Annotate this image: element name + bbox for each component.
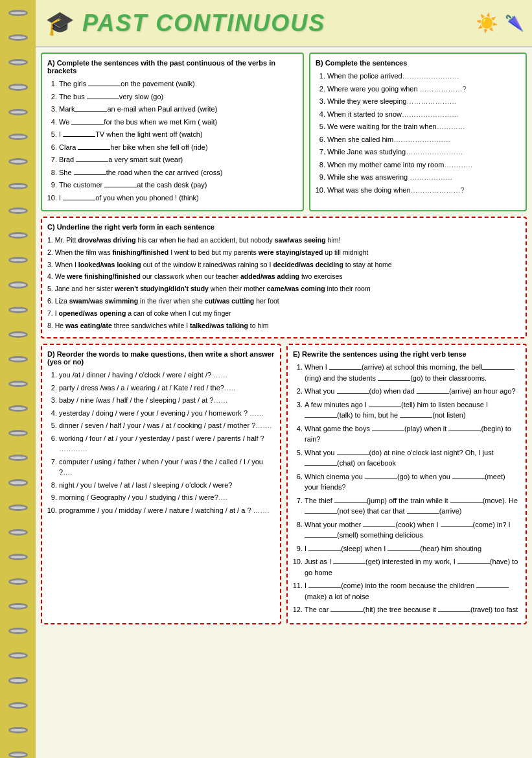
section-d: D) Reorder the words to make questions, … [41, 344, 281, 624]
list-item: She the road when the car arrived (cross… [59, 167, 297, 178]
list-item: 6. Liza swam/was swimming in the river w… [47, 296, 520, 307]
spiral-ring [8, 34, 28, 41]
list-item: While they were sleeping………………… [327, 96, 520, 107]
spiral-ring [8, 752, 28, 758]
header-right: ☀️ 🌂 [476, 12, 524, 34]
list-item: 3. When I looked/was looking out of the … [47, 259, 520, 270]
section-d-title: D) Reorder the words to make questions, … [47, 350, 275, 366]
list-item: What was she doing when…………………? [327, 185, 520, 196]
spiral-ring [8, 578, 28, 585]
spiral-ring [8, 84, 28, 90]
header: 🎓 PAST CONTINUOUS ☀️ 🌂 [36, 0, 532, 47]
list-item: I of you when you phoned ! (think) [59, 193, 297, 204]
spiral-ring [8, 727, 28, 733]
spiral-ring [8, 109, 28, 115]
blank [63, 136, 95, 137]
spiral-ring [8, 10, 28, 16]
list-item: The bus very slow (go) [59, 91, 297, 102]
list-item: computer / using / father / when / your … [59, 456, 275, 478]
list-item: Brad a very smart suit (wear) [59, 154, 297, 165]
spiral-ring [8, 183, 28, 189]
header-left: 🎓 PAST CONTINUOUS [43, 5, 325, 41]
list-item: The girls on the pavement (walk) [59, 78, 297, 89]
spiral-ring [8, 207, 28, 214]
main-content: A) Complete the sentences with the past … [36, 47, 532, 630]
list-item: party / dress /was / a / wearing / at / … [59, 383, 275, 394]
list-item: We were waiting for the train when………… [327, 121, 520, 132]
list-item: A few minutes ago I (tell) him to listen… [305, 399, 520, 421]
blank [88, 86, 121, 86]
list-item: you /at / dinner / having / o'clock / we… [59, 370, 275, 381]
list-item: I (sleep) when I (hear) him shouting [305, 543, 520, 554]
spiral-ring [8, 281, 28, 288]
spiral-ring [8, 455, 28, 461]
list-item: Which cinema you (go) to when you (meet)… [305, 471, 520, 493]
section-d-list: you /at / dinner / having / o'clock / we… [47, 370, 275, 515]
spiral-ring [8, 603, 28, 610]
spiral-ring [8, 554, 28, 560]
umbrella-decoration: 🌂 [505, 14, 524, 32]
list-item: The customer at the cash desk (pay) [59, 180, 297, 191]
list-item: 2. When the film was finishing/finished … [47, 247, 520, 258]
teacher-icon: 🎓 [43, 5, 76, 41]
sun-decoration: ☀️ [476, 12, 498, 34]
list-item: 8. He was eating/ate three sandwiches wh… [47, 320, 520, 331]
list-item: The car (hit) the tree because it (trave… [305, 604, 520, 615]
spiral-ring [8, 257, 28, 263]
list-item: When I (arrive) at school this morning, … [305, 362, 520, 383]
spiral-ring [8, 504, 28, 511]
blank [63, 200, 95, 200]
list-item: I TV when the light went off (watch) [59, 129, 297, 140]
list-item: Markan e-mail when Paul arrived (write) [59, 104, 297, 115]
section-c-content: 1. Mr. Pitt drove/was driving his car wh… [47, 235, 520, 331]
list-item: I (come) into the room because the child… [305, 580, 520, 602]
row-de: D) Reorder the words to make questions, … [41, 344, 527, 624]
blank [87, 99, 119, 99]
list-item: Just as I (get) interested in my work, I… [305, 556, 520, 578]
spiral-ring [8, 628, 28, 634]
spiral-ring [8, 232, 28, 239]
list-item: What you (do) at nine o'clock last night… [305, 447, 520, 469]
section-e-list: When I (arrive) at school this morning, … [293, 362, 520, 615]
list-item: morning / Geography / you / studying / t… [59, 492, 275, 503]
list-item: When she called him…………………… [327, 134, 520, 145]
spiral-ring [8, 529, 28, 536]
list-item: While Jane was studying…………………… [327, 147, 520, 158]
list-item: programme / you / midday / were / nature… [59, 505, 275, 516]
blank [75, 111, 107, 112]
section-b-title: B) Complete the sentences [316, 59, 520, 67]
list-item: 5. Jane and her sister weren't studying/… [47, 283, 520, 294]
blank [104, 187, 137, 187]
spiral-ring [8, 652, 28, 659]
blank [78, 149, 110, 150]
list-item: 1. Mr. Pitt drove/was driving his car wh… [47, 235, 520, 246]
section-a: A) Complete the sentences with the past … [41, 53, 304, 211]
spiral-ring [8, 479, 28, 486]
list-item: Where were you going when ………………? [327, 84, 520, 95]
section-e: E) Rewrite the sentences using the right… [286, 344, 527, 624]
spiral-ring [8, 430, 28, 436]
list-item: baby / nine /was / half / the / sleeping… [59, 395, 275, 406]
list-item: working / four / at / your / yesterday /… [59, 433, 275, 455]
section-c: C) Underline the right verb form in each… [41, 217, 527, 338]
row-ab: A) Complete the sentences with the past … [41, 53, 527, 211]
spiral-ring [8, 677, 28, 683]
spiral-ring [8, 158, 28, 165]
blank [71, 124, 104, 124]
page-title: PAST CONTINUOUS [82, 10, 325, 37]
list-item: Clara her bike when she fell off (ride) [59, 142, 297, 153]
list-item: 7. I opened/was opening a can of coke wh… [47, 308, 520, 319]
section-b: B) Complete the sentences When the polic… [309, 53, 527, 211]
list-item: dinner / seven / half / your / was / at … [59, 420, 275, 431]
list-item: We for the bus when we met Kim ( wait) [59, 117, 297, 128]
list-item: While she was answering ……………… [327, 172, 520, 183]
spiral-ring [8, 405, 28, 412]
list-item: What your mother (cook) when I (come) in… [305, 519, 520, 541]
list-item: night / you / twelve / at / last / sleep… [59, 480, 275, 491]
spiral-ring [8, 702, 28, 709]
spiral-ring [8, 381, 28, 387]
spiral-ring [8, 307, 28, 313]
section-a-list: The girls on the pavement (walk) The bus… [47, 78, 297, 203]
list-item: yesterday / doing / were / your / evenin… [59, 408, 275, 419]
list-item: The thief (jump) off the train while it … [305, 495, 520, 517]
